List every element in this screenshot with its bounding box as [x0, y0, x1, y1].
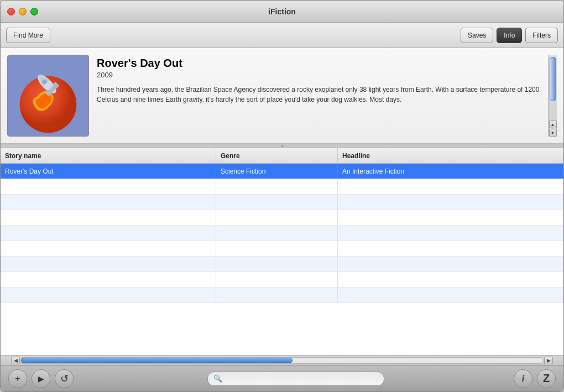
cell-headline-5 [338, 241, 563, 256]
cell-genre-3 [216, 210, 338, 225]
cell-genre-5 [216, 241, 338, 256]
refresh-button[interactable]: ↺ [55, 369, 74, 388]
minimize-button[interactable] [19, 8, 27, 15]
cell-story-6 [1, 257, 216, 271]
search-area: 🔍 [78, 372, 514, 386]
toolbar: Find More Saves Info Filters [1, 23, 563, 48]
table-row[interactable] [1, 195, 563, 210]
cell-headline-0: An Interactive Fiction [338, 164, 563, 179]
column-header-headline[interactable]: Headline [338, 148, 563, 163]
maximize-button[interactable] [30, 8, 38, 15]
cell-story-4 [1, 226, 216, 241]
search-input[interactable] [226, 375, 378, 383]
table-row[interactable] [1, 288, 563, 303]
scroll-down-arrow[interactable]: ▼ [549, 129, 557, 137]
main-window: iFiction Find More Saves Info Filters [0, 0, 564, 392]
cell-story-7 [1, 272, 216, 287]
cell-story-1 [1, 179, 216, 194]
play-button[interactable]: ▶ [32, 369, 50, 388]
bottom-toolbar: + ▶ ↺ 🔍 i Z [1, 365, 563, 391]
find-more-button[interactable]: Find More [6, 28, 50, 43]
search-icon: 🔍 [213, 374, 222, 383]
add-button[interactable]: + [8, 369, 27, 388]
table-row[interactable] [1, 272, 563, 288]
table-row[interactable] [1, 210, 563, 226]
table-header: Story name Genre Headline [1, 148, 563, 164]
cell-genre-2 [216, 195, 338, 210]
scrollbar-thumb[interactable] [550, 57, 556, 101]
cell-headline-6 [338, 257, 563, 271]
drag-handle[interactable] [1, 144, 563, 148]
z-button[interactable]: Z [537, 369, 556, 388]
game-year: 2009 [97, 71, 540, 79]
filters-button[interactable]: Filters [525, 28, 558, 43]
info-button[interactable]: Info [497, 28, 522, 43]
close-button[interactable] [7, 8, 15, 15]
hscroll-thumb[interactable] [21, 358, 293, 363]
scroll-right-arrow[interactable]: ▶ [544, 357, 553, 364]
cell-story-3 [1, 210, 216, 225]
title-bar: iFiction [1, 1, 563, 23]
bottom-right-buttons: i Z [514, 369, 556, 388]
horizontal-scrollbar[interactable]: ◀ ▶ [1, 355, 563, 365]
table-row[interactable] [1, 241, 563, 257]
hscroll-track[interactable] [20, 357, 544, 364]
info-circle-button[interactable]: i [514, 369, 532, 388]
game-info: Rover's Day Out 2009 Three hundred years… [97, 55, 540, 137]
cell-genre-0: Science Fiction [216, 164, 338, 179]
game-title: Rover's Day Out [97, 57, 540, 70]
game-cover [7, 55, 89, 137]
cell-story-5 [1, 241, 216, 256]
cell-headline-8 [338, 288, 563, 302]
scroll-up-arrow[interactable]: ▲ [549, 121, 557, 128]
search-box[interactable]: 🔍 [207, 372, 384, 386]
cell-genre-4 [216, 226, 338, 241]
traffic-lights [7, 8, 38, 15]
table-row[interactable]: Rover's Day Out Science Fiction An Inter… [1, 164, 563, 179]
cell-genre-8 [216, 288, 338, 302]
cell-headline-3 [338, 210, 563, 225]
column-header-genre[interactable]: Genre [216, 148, 338, 163]
game-description: Three hundred years ago, the Brazilian S… [97, 85, 540, 104]
table-row[interactable] [1, 226, 563, 241]
table-row[interactable] [1, 257, 563, 272]
window-title: iFiction [268, 7, 296, 16]
table-body[interactable]: Rover's Day Out Science Fiction An Inter… [1, 164, 563, 355]
cell-headline-1 [338, 179, 563, 194]
cell-headline-4 [338, 226, 563, 241]
info-panel: Rover's Day Out 2009 Three hundred years… [1, 48, 563, 144]
cell-headline-2 [338, 195, 563, 210]
cell-genre-6 [216, 257, 338, 271]
cell-headline-7 [338, 272, 563, 287]
cell-story-8 [1, 288, 216, 302]
cell-genre-1 [216, 179, 338, 194]
column-header-story-name[interactable]: Story name [1, 148, 216, 163]
table-area: Story name Genre Headline Rover's Day Ou… [1, 148, 563, 355]
cell-story-0: Rover's Day Out [1, 164, 216, 179]
info-scrollbar[interactable]: ▲ ▼ [548, 55, 557, 137]
cell-story-2 [1, 195, 216, 210]
scroll-left-arrow[interactable]: ◀ [11, 357, 20, 364]
cell-genre-7 [216, 272, 338, 287]
saves-button[interactable]: Saves [461, 28, 493, 43]
table-row[interactable] [1, 179, 563, 195]
